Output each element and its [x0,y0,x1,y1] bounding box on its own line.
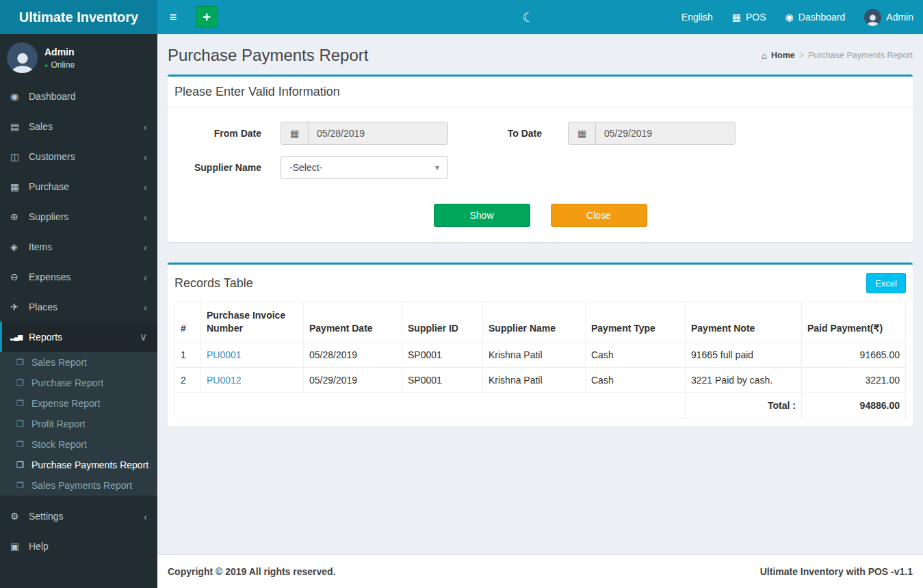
sidebar-user-name: Admin [44,46,75,57]
hamburger-icon: ≡ [170,10,177,24]
breadcrumb-current: Purchase Payments Report [808,51,913,60]
payment-note-cell: 91665 full paid [686,342,802,367]
language-menu[interactable]: English [672,0,723,34]
submenu-item-expense-report[interactable]: ❐ Expense Report [0,393,157,414]
dashboard-label: Dashboard [798,12,846,23]
close-button[interactable]: Close [551,204,647,227]
from-date-group: ▦ [281,122,448,145]
top-navbar: Ultimate Inventory ≡ + ☾ English ▦ POS [0,0,923,34]
calculator-icon: ▦ [732,12,741,23]
total-row-spacer [175,392,686,418]
navbar-main: ≡ + ☾ English ▦ POS ◉ Dashboard [157,0,923,34]
sidebar-item-sales[interactable]: ▤ Sales ‹ [0,111,157,142]
column-header-number: # [175,302,201,343]
quick-add-button[interactable]: + [196,6,218,28]
paid-payment-cell: 91665.00 [802,342,906,367]
records-table: # Purchase Invoice Number Payment Date S… [174,302,906,418]
row-number: 1 [175,342,201,367]
breadcrumb-home-link[interactable]: Home [771,51,795,60]
filter-box: Please Enter Valid Information From Date… [168,75,913,242]
sidebar-item-settings[interactable]: ⚙ Settings ‹ [0,501,157,531]
paid-payment-cell: 3221.00 [802,367,906,392]
chevron-left-icon: ‹ [144,511,147,522]
supplier-select[interactable]: -Select- ▾ [281,156,448,179]
file-icon: ❐ [16,378,31,388]
content: Purchase Payments Report ⌂ Home > Purcha… [157,34,923,554]
pos-link[interactable]: ▦ POS [723,0,776,34]
excel-export-button[interactable]: Excel [866,273,906,293]
page-title: Purchase Payments Report [168,46,368,65]
dashboard-icon: ◉ [10,91,29,102]
payment-type-cell: Cash [586,367,686,392]
from-date-input[interactable] [308,122,448,145]
dashboard-link[interactable]: ◉ Dashboard [776,0,855,34]
user-avatar [864,9,881,26]
sidebar-user-info: Admin ●Online [44,46,75,70]
to-date-input[interactable] [595,122,736,145]
to-date-label: To Date [448,128,568,139]
show-button[interactable]: Show [434,204,530,227]
sidebar-item-purchase[interactable]: ▦ Purchase ‹ [0,172,157,202]
column-header-payment-type: Payment Type [586,302,686,343]
reports-submenu: ❐ Sales Report ❐ Purchase Report ❐ Expen… [0,352,157,496]
sidebar-item-suppliers[interactable]: ⊕ Suppliers ‹ [0,202,157,232]
sidebar-item-help[interactable]: ▣ Help [0,531,157,561]
sidebar-user-status[interactable]: ●Online [44,60,75,70]
paper-plane-icon: ✈ [10,302,29,312]
sidebar: Admin ●Online ◉ Dashboard ▤ Sales ‹ ◫ [0,34,157,588]
sidebar-item-customers[interactable]: ◫ Customers ‹ [0,142,157,172]
payment-type-cell: Cash [586,342,686,367]
chevron-left-icon: ‹ [144,241,147,253]
submenu-item-sales-report[interactable]: ❐ Sales Report [0,352,157,373]
sidebar-item-places[interactable]: ✈ Places ‹ [0,292,157,322]
table-header-row: # Purchase Invoice Number Payment Date S… [175,302,906,343]
payment-date-cell: 05/28/2019 [304,342,402,367]
supplier-row: Supplier Name -Select- ▾ [168,156,913,179]
calendar-icon: ▦ [568,122,595,145]
file-icon: ❐ [16,419,31,429]
records-header: Records Table Excel [168,265,913,302]
sidebar-item-dashboard[interactable]: ◉ Dashboard [0,81,157,111]
home-icon: ⌂ [762,51,767,61]
table-row: 2 PU0012 05/29/2019 SP0001 Krishna Patil… [175,367,906,392]
chevron-left-icon: ‹ [144,121,147,133]
user-menu[interactable]: Admin [855,0,923,34]
table-icon: ▦ [10,181,29,192]
sidebar-toggle-button[interactable]: ≡ [157,0,189,34]
copyright-text: Copyright © 2019 All rights reserved. [168,566,336,577]
chevron-left-icon: ‹ [144,271,147,283]
filter-box-title: Please Enter Valid Information [168,77,913,108]
sidebar-item-expenses[interactable]: ⊖ Expenses ‹ [0,262,157,292]
submenu-item-purchase-payments-report[interactable]: ❐ Purchase Payments Report [0,455,157,475]
brand-logo[interactable]: Ultimate Inventory [0,0,157,34]
invoice-link[interactable]: PU0012 [207,375,242,386]
filter-buttons: Show Close [168,194,913,242]
filter-form: From Date ▦ To Date ▦ [168,108,913,194]
payment-date-cell: 05/29/2019 [304,367,402,392]
submenu-item-profit-report[interactable]: ❐ Profit Report [0,414,157,434]
file-icon: ❐ [16,440,31,449]
sidebar-menu: ◉ Dashboard ▤ Sales ‹ ◫ Customers ‹ ▦ Pu… [0,81,157,352]
version-text: Ultimate Inventory with POS -v1.1 [760,566,913,577]
dark-mode-toggle[interactable]: ☾ [523,0,534,34]
records-table-container: # Purchase Invoice Number Payment Date S… [168,302,913,427]
breadcrumb-separator: > [799,51,804,60]
minus-circle-icon: ⊖ [10,271,29,282]
column-header-payment-date: Payment Date [304,302,402,343]
users-icon: ◫ [10,151,29,162]
submenu-item-stock-report[interactable]: ❐ Stock Report [0,434,157,455]
submenu-item-sales-payments-report[interactable]: ❐ Sales Payments Report [0,475,157,496]
records-title: Records Table [174,276,253,291]
column-header-invoice: Purchase Invoice Number [201,302,304,343]
moon-icon: ☾ [523,10,534,25]
invoice-link[interactable]: PU0001 [207,349,242,360]
pos-label: POS [746,12,766,23]
submenu-item-purchase-report[interactable]: ❐ Purchase Report [0,373,157,393]
sidebar-item-reports[interactable]: ▂▄▆ Reports ∨ [0,322,157,352]
supplier-id-cell: SP0001 [402,367,483,392]
book-icon: ▣ [10,541,29,552]
caret-down-icon: ▾ [435,163,439,172]
to-date-group: ▦ [568,122,736,145]
chevron-left-icon: ‹ [144,151,147,163]
sidebar-item-items[interactable]: ◈ Items ‹ [0,232,157,262]
